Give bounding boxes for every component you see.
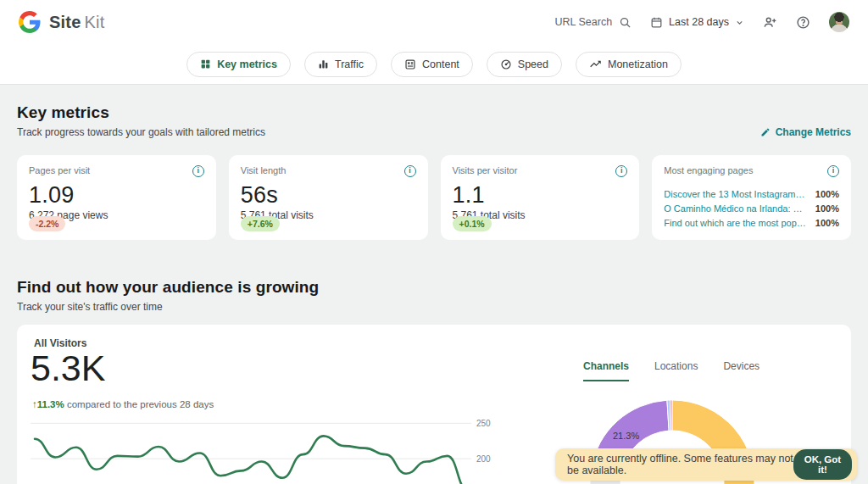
- section-subtitle: Track progress towards your goals with t…: [17, 126, 265, 138]
- bar-chart-icon: [318, 58, 329, 70]
- nav-tab-content[interactable]: Content: [391, 52, 473, 77]
- dashboard-nav: Key metrics Traffic Content Speed Moneti…: [0, 44, 868, 85]
- section-title: Find out how your audience is growing: [17, 278, 851, 297]
- help-button[interactable]: [796, 15, 810, 30]
- page-engagement-value: 100%: [815, 218, 839, 228]
- add-user-button[interactable]: [763, 15, 777, 30]
- url-search-button[interactable]: URL Search: [554, 16, 632, 29]
- url-search-label: URL Search: [554, 16, 612, 28]
- trending-up-icon: [589, 58, 602, 70]
- tab-channels[interactable]: Channels: [583, 360, 629, 381]
- nav-tab-traffic[interactable]: Traffic: [304, 52, 377, 77]
- metric-change-badge: +0.1%: [453, 216, 492, 231]
- speed-gauge-icon: [500, 58, 512, 70]
- nav-tab-label: Content: [422, 58, 459, 70]
- visitors-line-chart: [31, 416, 488, 484]
- audience-section-header: Find out how your audience is growing Tr…: [17, 278, 851, 313]
- metric-label: Pages per visit: [29, 165, 90, 175]
- calendar-icon: [650, 16, 663, 29]
- info-icon[interactable]: i: [404, 165, 416, 177]
- info-icon[interactable]: i: [615, 165, 627, 177]
- change-note: compared to the previous 28 days: [67, 399, 214, 409]
- change-percent: 11.3%: [37, 399, 64, 409]
- section-title: Key metrics: [17, 103, 851, 122]
- info-icon[interactable]: i: [827, 165, 839, 177]
- search-icon: [619, 16, 632, 29]
- metric-value: 1.09: [29, 182, 204, 209]
- person-add-icon: [763, 15, 777, 30]
- key-metrics-section-header: Key metrics Track progress towards your …: [17, 103, 851, 138]
- metric-label: Most engaging pages: [664, 165, 753, 175]
- grid-icon: [200, 58, 211, 70]
- y-axis-tick: 200: [476, 454, 491, 464]
- metric-label: Visit length: [241, 165, 287, 175]
- page-link[interactable]: O Caminho Médico na Irlanda: Um Guia Det…: [664, 203, 808, 214]
- help-icon: [796, 15, 810, 30]
- nav-tab-label: Key metrics: [217, 58, 277, 70]
- toast-message: You are currently offline. Some features…: [567, 453, 793, 476]
- metric-change-badge: +7.6%: [241, 216, 280, 231]
- change-metrics-link[interactable]: Change Metrics: [760, 126, 851, 138]
- info-icon[interactable]: i: [192, 165, 204, 177]
- y-axis-tick: 250: [476, 419, 491, 428]
- nav-tab-monetization[interactable]: Monetization: [576, 52, 682, 77]
- metric-card-visits-per-visitor: Visits per visitor i 1.1 5,761 total vis…: [441, 155, 640, 240]
- nav-tab-label: Speed: [518, 58, 548, 70]
- page-engagement-value: 100%: [815, 203, 839, 214]
- all-visitors-total: 5.3K: [31, 348, 105, 389]
- pink-slice: [670, 400, 672, 431]
- breakdown-tabs: Channels Locations Devices: [583, 360, 760, 381]
- brand-text: SiteKit: [49, 13, 104, 32]
- donut-slice-label: 21.3%: [613, 431, 639, 441]
- metric-label: Visits per visitor: [453, 165, 518, 175]
- chevron-down-icon: [735, 18, 744, 27]
- engaging-page-row: Discover the 13 Most Instagrammable Rest…: [664, 189, 839, 199]
- nav-tab-key-metrics[interactable]: Key metrics: [186, 52, 291, 77]
- date-range-selector[interactable]: Last 28 days: [650, 16, 744, 29]
- section-subtitle: Track your site's traffic over time: [17, 301, 163, 313]
- metric-change-badge: -2.2%: [29, 216, 65, 231]
- tab-locations[interactable]: Locations: [654, 360, 698, 381]
- page-link[interactable]: Discover the 13 Most Instagrammable Rest…: [664, 189, 808, 199]
- metric-value: 1.1: [453, 182, 628, 209]
- sitekit-logo[interactable]: SiteKit: [19, 11, 104, 33]
- metric-card-most-engaging-pages: Most engaging pages i Discover the 13 Mo…: [652, 155, 851, 240]
- engaging-page-row: Find out which are the most popular dati…: [664, 218, 839, 228]
- key-metric-cards: Pages per visit i 1.09 6,272 page views …: [17, 155, 851, 240]
- app-header: SiteKit URL Search Last 28 days: [0, 0, 868, 44]
- engaging-page-row: O Caminho Médico na Irlanda: Um Guia Det…: [664, 203, 839, 214]
- sitekit-dashboard: SiteKit URL Search Last 28 days: [0, 0, 868, 484]
- tab-devices[interactable]: Devices: [723, 360, 760, 381]
- date-range-label: Last 28 days: [669, 16, 729, 28]
- pencil-icon: [760, 127, 771, 137]
- article-icon: [404, 58, 416, 70]
- page-link[interactable]: Find out which are the most popular dati…: [664, 218, 808, 228]
- toast-dismiss-button[interactable]: OK, Got it!: [793, 449, 852, 480]
- google-g-icon: [19, 11, 41, 33]
- metric-value: 56s: [241, 182, 416, 209]
- user-avatar[interactable]: [829, 12, 849, 32]
- metric-card-pages-per-visit: Pages per visit i 1.09 6,272 page views …: [17, 155, 216, 240]
- page-engagement-value: 100%: [815, 189, 839, 199]
- metric-card-visit-length: Visit length i 56s 5,761 total visits +7…: [229, 155, 428, 240]
- nav-tab-speed[interactable]: Speed: [487, 52, 562, 77]
- all-visitors-change: ↑11.3% compared to the previous 28 days: [32, 399, 214, 409]
- nav-tab-label: Monetization: [608, 58, 668, 70]
- offline-toast: You are currently offline. Some features…: [555, 448, 857, 481]
- nav-tab-label: Traffic: [335, 58, 364, 70]
